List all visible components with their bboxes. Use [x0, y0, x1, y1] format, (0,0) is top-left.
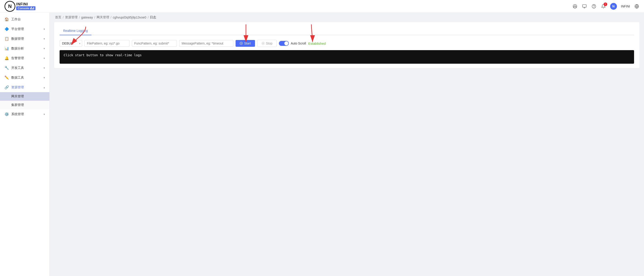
sidebar-item-dev-tools[interactable]: 🔧 开发工具 ▾: [0, 63, 50, 73]
notification-badge: 1: [604, 3, 607, 6]
notification-icon[interactable]: 1: [601, 4, 606, 9]
log-placeholder-text: Click start button to show real-time log…: [64, 53, 142, 57]
stop-icon: [262, 42, 265, 45]
dev-tools-icon: 🔧: [4, 66, 9, 70]
globe-icon[interactable]: [634, 4, 640, 9]
chevron-down-icon: ▾: [44, 28, 45, 31]
header-right: 1 N INFINI: [572, 3, 640, 10]
sidebar-label-workbench: 工作台: [11, 18, 21, 22]
sidebar: 🏠 工作台 🔷 平台管理 ▾ 📋 数据管理 ▾ 📊 数据分析 ▾: [0, 13, 50, 276]
breadcrumb-gateway-mgmt[interactable]: 网关管理: [96, 15, 109, 20]
logo-circle: N: [4, 1, 15, 12]
svg-rect-10: [262, 43, 264, 44]
sidebar-item-data-analysis[interactable]: 📊 数据分析 ▾: [0, 44, 50, 53]
sidebar-label-resource: 资源管理: [11, 85, 24, 89]
tab-realtime-logging[interactable]: Realtime Logging: [60, 27, 92, 35]
sidebar-label-data-tools: 数据工具: [11, 76, 24, 80]
connection-status: Established: [308, 42, 326, 45]
main-card: Realtime Logging DEBUG INFO WARN ERROR ▾: [54, 22, 640, 68]
cluster-mgmt-label: 集群管理: [11, 103, 24, 107]
tabs: Realtime Logging: [60, 27, 634, 35]
breadcrumb-current: 日志: [150, 15, 156, 20]
auto-scroll-label: Auto Scroll: [291, 42, 306, 45]
file-pattern-input[interactable]: [84, 40, 130, 47]
help-icon[interactable]: [591, 4, 596, 9]
chevron-down-icon: ▾: [44, 57, 45, 60]
header: N INFINI Console 1: [0, 0, 644, 13]
log-level-select-wrapper: DEBUG INFO WARN ERROR ▾: [60, 40, 82, 47]
breadcrumb-gateway[interactable]: gateway: [81, 16, 93, 19]
logo-infini-text: INFINI: [16, 2, 36, 6]
svg-rect-3: [582, 5, 586, 7]
svg-rect-1: [574, 6, 574, 7]
start-button[interactable]: Start: [236, 40, 255, 47]
alert-icon: 🔔: [4, 56, 9, 60]
card-wrapper: Realtime Logging DEBUG INFO WARN ERROR ▾: [50, 22, 644, 68]
chevron-down-icon: ▾: [44, 37, 45, 41]
platform-icon: 🔷: [4, 27, 9, 31]
monitor-icon[interactable]: [582, 4, 587, 9]
log-area: Click start button to show real-time log…: [60, 50, 634, 64]
svg-marker-8: [241, 43, 242, 44]
breadcrumb-home[interactable]: 首页: [55, 15, 62, 20]
headset-icon[interactable]: [572, 4, 578, 9]
layout: 🏠 工作台 🔷 平台管理 ▾ 📋 数据管理 ▾ 📊 数据分析 ▾: [0, 13, 644, 276]
sidebar-label-data-management: 数据管理: [11, 37, 24, 41]
sidebar-sub-resource: 网关管理 集群管理: [0, 92, 50, 109]
svg-rect-2: [576, 6, 576, 7]
logo: N INFINI Console: [4, 1, 36, 12]
resource-icon: 🔗: [4, 85, 9, 89]
play-icon: [240, 42, 243, 45]
gateway-mgmt-label: 网关管理: [11, 94, 24, 98]
data-management-icon: 📋: [4, 37, 9, 41]
sidebar-label-alert: 告警管理: [11, 56, 24, 60]
system-icon: ⚙️: [4, 112, 9, 116]
sidebar-sub-item-cluster-mgmt[interactable]: 集群管理: [0, 101, 50, 109]
workbench-icon: 🏠: [4, 17, 9, 22]
breadcrumb-instance-id[interactable]: cghvupd3q95j9p13voe0: [113, 16, 146, 19]
chevron-up-icon: ▴: [44, 86, 45, 89]
breadcrumb-resource[interactable]: 资源管理: [65, 15, 78, 20]
logo-text: INFINI Console: [16, 2, 36, 10]
username[interactable]: INFINI: [621, 5, 630, 8]
auto-scroll-toggle[interactable]: [279, 41, 289, 46]
chevron-down-icon: ▾: [44, 66, 45, 70]
log-level-select[interactable]: DEBUG INFO WARN ERROR: [60, 40, 82, 47]
sidebar-label-system: 系统管理: [11, 112, 24, 116]
sidebar-item-system[interactable]: ⚙️ 系统管理 ▾: [0, 109, 50, 119]
auto-scroll-toggle-wrap: Auto Scroll: [279, 41, 306, 46]
sidebar-item-alert[interactable]: 🔔 告警管理 ▾: [0, 53, 50, 63]
sidebar-item-platform[interactable]: 🔷 平台管理 ▾: [0, 24, 50, 34]
sidebar-label-platform: 平台管理: [11, 27, 24, 31]
chevron-down-icon: ▾: [44, 113, 45, 116]
avatar: N: [610, 3, 617, 10]
data-tools-icon: ✏️: [4, 75, 9, 80]
main-content: 首页 / 资源管理 / gateway / 网关管理 / cghvupd3q95…: [50, 13, 644, 276]
chevron-down-icon: ▾: [44, 47, 45, 50]
stop-button[interactable]: Stop: [257, 40, 277, 47]
sidebar-label-dev-tools: 开发工具: [11, 66, 24, 70]
controls-row: DEBUG INFO WARN ERROR ▾: [60, 40, 634, 47]
breadcrumb: 首页 / 资源管理 / gateway / 网关管理 / cghvupd3q95…: [50, 13, 644, 22]
svg-point-5: [594, 7, 594, 7]
message-pattern-input[interactable]: [179, 40, 233, 47]
chevron-down-icon: ▾: [44, 76, 45, 79]
svg-point-0: [573, 4, 577, 8]
func-pattern-input[interactable]: [132, 40, 177, 47]
sidebar-label-data-analysis: 数据分析: [11, 47, 24, 51]
sidebar-item-workbench[interactable]: 🏠 工作台: [0, 15, 50, 24]
sidebar-sub-item-gateway-mgmt[interactable]: 网关管理: [0, 92, 50, 101]
sidebar-item-data-management[interactable]: 📋 数据管理 ▾: [0, 34, 50, 44]
console-bars-icon: [30, 7, 34, 10]
sidebar-item-resource[interactable]: 🔗 资源管理 ▴: [0, 82, 50, 92]
logo-console-text: Console: [16, 6, 36, 10]
data-analysis-icon: 📊: [4, 46, 9, 51]
sidebar-item-data-tools[interactable]: ✏️ 数据工具 ▾: [0, 73, 50, 82]
